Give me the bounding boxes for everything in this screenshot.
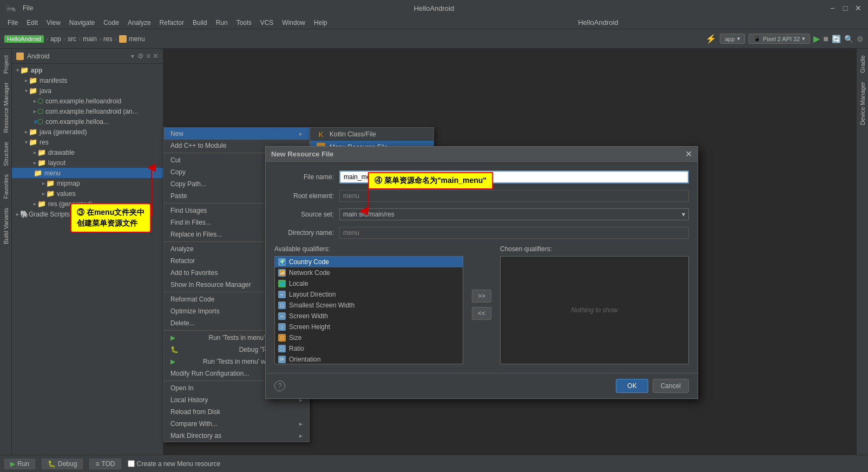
layout-direction-label: Layout Direction [289,291,336,298]
breadcrumb-app[interactable]: app [50,35,61,43]
source-set-select[interactable]: main src/main/res ▾ [339,208,689,220]
menu-analyze[interactable]: Analyze [124,18,154,28]
menu-bar: File Edit View Navigate Code Analyze Ref… [0,16,868,29]
q-layout-direction[interactable]: ↔ Layout Direction [275,289,463,300]
q-ratio[interactable]: ⬚ Ratio [275,343,463,354]
breadcrumb-sep-1: › [46,35,48,43]
q-orientation[interactable]: ⟳ Orientation [275,354,463,364]
todo-bottom-btn[interactable]: ≡ TOD [89,458,121,469]
run-btn[interactable]: ▶ [813,34,820,44]
menu-help[interactable]: Help [311,18,331,28]
q-screen-height[interactable]: ↕ Screen Height [275,322,463,332]
minimize-btn[interactable]: − [828,4,837,12]
menu-window[interactable]: Window [279,18,308,28]
root-element-label: Root element: [274,192,334,200]
menu-tools[interactable]: Tools [233,18,255,28]
create-resource-checkbox[interactable] [128,460,135,467]
ctx-reload-disk[interactable]: Reload from Disk [164,406,309,418]
tree-item-mipmap[interactable]: ▸ 📁 mipmap [12,178,163,188]
tree-item-drawable[interactable]: ▸ 📁 drawable [12,147,163,158]
tab-device-manager[interactable]: Device Manager [858,77,867,129]
submenu-kotlin-class[interactable]: K Kotlin Class/File [310,128,433,141]
side-tabs-right: Gradle Device Manager [856,49,868,472]
screen-height-icon: ↕ [278,323,286,331]
tab-gradle[interactable]: Gradle [858,51,867,77]
tree-item-values[interactable]: ▸ 📁 values [12,188,163,199]
source-set-value: main src/main/res [343,211,394,218]
file-tree: ▾ 📁 app ▸ 📁 manifests ▾ 📁 java ▸ ⬡ com.e [12,64,163,472]
q-country-code[interactable]: 🌍 Country Code [275,257,463,267]
chosen-qualifiers-area: Nothing to show [500,256,689,364]
settings-btn[interactable]: ⚙ [857,35,864,43]
stop-btn[interactable]: ■ [823,34,828,44]
nothing-to-show: Nothing to show [571,306,617,314]
breadcrumb: HelloAndroid › app › src › main › res › … [4,35,703,43]
q-size[interactable]: □ Size [275,332,463,343]
tree-item-package1[interactable]: ▸ ⬡ com.example.helloandroid [12,96,163,106]
window-title: HelloAndroid [414,4,454,12]
remove-qualifier-btn[interactable]: << [472,307,491,320]
panel-header-icons: ⚙ ≡ ✕ [137,52,159,60]
app-menu-file[interactable]: File [21,4,35,12]
panel-icon-sync[interactable]: ⚙ [137,52,144,60]
ok-button[interactable]: OK [616,379,648,393]
breadcrumb-menu[interactable]: menu [119,35,145,43]
menu-file[interactable]: File [4,18,21,28]
menu-edit[interactable]: Edit [23,18,41,28]
tree-item-java-generated[interactable]: ▸ 📁 java (generated) [12,127,163,137]
dialog-close-btn[interactable]: ✕ [685,149,692,159]
menu-build[interactable]: Build [189,18,211,28]
screen-width-label: Screen Width [289,312,328,320]
run-bottom-btn[interactable]: ▶ Run [4,458,35,469]
tree-item-manifests[interactable]: ▸ 📁 manifests [12,75,163,86]
tab-build-variants[interactable]: Build Variants [1,204,11,248]
tree-item-menu[interactable]: 📁 menu [12,168,163,178]
menu-view[interactable]: View [43,18,64,28]
menu-vcs[interactable]: VCS [257,18,277,28]
breadcrumb-res[interactable]: res [103,35,113,43]
available-qualifiers-list[interactable]: 🌍 Country Code 📶 Network Code 🌐 Locale ↔… [274,256,463,364]
menu-code[interactable]: Code [100,18,122,28]
toolbar: HelloAndroid › app › src › main › res › … [0,29,868,49]
breadcrumb-src[interactable]: src [68,35,76,43]
tab-favorites[interactable]: Favorites [1,170,11,203]
q-smallest-screen-width[interactable]: □ Smallest Screen Width [275,300,463,311]
tab-resource-manager[interactable]: Resource Manager [1,78,11,137]
panel-icon-close[interactable]: ✕ [153,52,159,60]
tree-item-package2[interactable]: ▸ ⬡ com.example.helloandroid (an... [12,106,163,116]
tab-project[interactable]: Project [1,51,11,78]
add-qualifier-btn[interactable]: >> [472,290,491,303]
tree-item-layout[interactable]: ▸ 📁 layout [12,158,163,168]
help-button[interactable]: ? [274,381,285,391]
menu-refactor[interactable]: Refactor [156,18,187,28]
breadcrumb-sep-4: › [99,35,101,43]
q-locale[interactable]: 🌐 Locale [275,278,463,289]
ctx-new[interactable]: New ▸ [164,128,309,140]
title-bar: 🐜 File HelloAndroid − □ ✕ [0,0,868,16]
breadcrumb-main[interactable]: main [83,35,97,43]
debug-bottom-btn[interactable]: 🐛 Debug [42,458,83,469]
menu-run[interactable]: Run [213,18,231,28]
tab-structure[interactable]: Structure [1,137,11,171]
locale-icon: 🌐 [278,280,286,287]
project-name[interactable]: HelloAndroid [4,35,44,43]
close-btn[interactable]: ✕ [854,4,863,12]
sync-btn[interactable]: 🔄 [832,35,841,43]
search-btn[interactable]: 🔍 [844,35,853,43]
cancel-button[interactable]: Cancel [653,379,689,393]
ctx-mark-directory[interactable]: Mark Directory as ▸ [164,430,309,442]
menu-navigate[interactable]: Navigate [66,18,98,28]
app-selector[interactable]: app ▾ [720,34,745,44]
tree-item-java[interactable]: ▾ 📁 java [12,86,163,96]
q-screen-width[interactable]: ↔ Screen Width [275,311,463,322]
breadcrumb-sep-5: › [115,35,117,43]
tree-item-package3[interactable]: ■ ⬡ com.example.helloa... [12,116,163,127]
q-network-code[interactable]: 📶 Network Code [275,267,463,278]
maximize-btn[interactable]: □ [841,4,850,12]
panel-icon-settings[interactable]: ≡ [146,52,150,60]
tree-item-app[interactable]: ▾ 📁 app [12,65,163,75]
dialog-footer: ? OK Cancel [266,373,698,398]
device-selector[interactable]: 📱 Pixel 2 API 32 ▾ [748,34,811,44]
tree-item-res[interactable]: ▾ 📁 res [12,137,163,147]
ctx-compare-with[interactable]: Compare With... ▸ [164,418,309,430]
